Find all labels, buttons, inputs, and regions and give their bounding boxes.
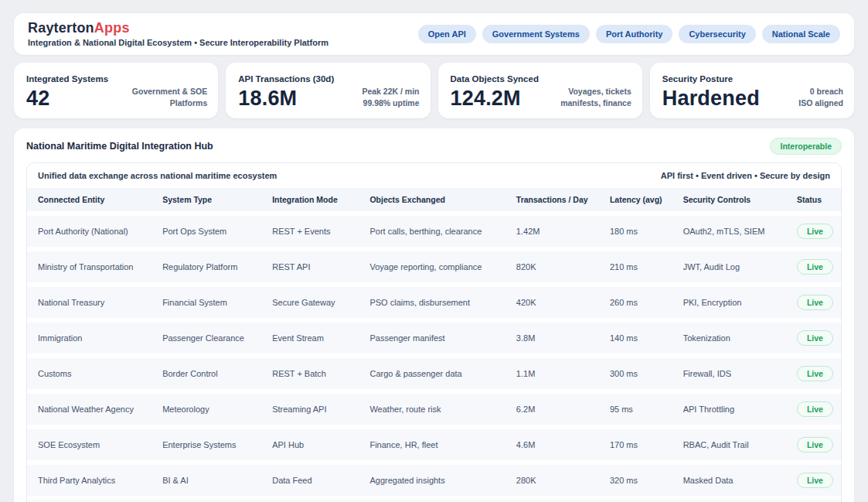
cell-objects: Port calls, berthing, clearance xyxy=(360,216,506,247)
header-badges: Open APIGovernment SystemsPort Authority… xyxy=(418,25,840,43)
stat-value: 124.2M xyxy=(451,88,539,109)
table-row: Port Authority (National)Port Ops System… xyxy=(27,216,841,247)
cell-objects: Aggregated insights xyxy=(360,465,506,496)
stat-main: Security PostureHardened xyxy=(662,74,760,109)
header-badge[interactable]: Open API xyxy=(418,25,476,43)
table-row: National TreasuryFinancial SystemSecure … xyxy=(27,287,841,318)
cell-security: Tokenization xyxy=(674,323,788,353)
cell-security: JWT, Audit Log xyxy=(674,251,788,282)
column-header: Status xyxy=(788,188,841,211)
cell-system-type: Enterprise Systems xyxy=(153,429,263,460)
header-badge[interactable]: Government Systems xyxy=(482,25,590,43)
stat-note: Government & SOE Platforms xyxy=(132,86,207,109)
table-row: ImmigrationPassenger ClearanceEvent Stre… xyxy=(27,323,841,353)
subheader-left: Unified data exchange across national ma… xyxy=(38,171,277,180)
brand-primary: Rayterton xyxy=(28,20,94,36)
header-badge[interactable]: Port Authority xyxy=(596,25,673,43)
stat-card: Data Objects Synced124.2MVoyages, ticket… xyxy=(438,63,642,118)
cell-integration-mode: REST + Events xyxy=(263,216,360,247)
column-header: Security Controls xyxy=(674,188,788,211)
cell-integration-mode: REST API xyxy=(263,251,360,282)
cell-latency: 180 ms xyxy=(601,216,674,247)
cell-entity: Immigration xyxy=(27,323,153,353)
cell-latency: 300 ms xyxy=(601,358,674,389)
cell-entity: National Treasury xyxy=(27,287,153,318)
cell-status: Live xyxy=(788,429,841,460)
cell-tx-per-day: 280K xyxy=(507,465,601,496)
column-header: Latency (avg) xyxy=(601,188,674,211)
stat-card: Security PostureHardened0 breach ISO ali… xyxy=(650,63,854,118)
cell-security: Masked Data xyxy=(674,465,788,496)
integration-table-container: Unified data exchange across national ma… xyxy=(26,162,842,502)
cell-latency: 170 ms xyxy=(601,429,674,460)
page: RaytertonApps Integration & National Dig… xyxy=(0,0,868,502)
stat-value: 18.6M xyxy=(238,88,334,109)
cell-system-type: Border Control xyxy=(153,358,263,389)
cell-objects: Weather, route risk xyxy=(360,394,506,425)
cell-tx-per-day: 1.42M xyxy=(507,216,601,247)
column-header: Integration Mode xyxy=(263,188,360,211)
stat-card: API Transactions (30d)18.6MPeak 22K / mi… xyxy=(226,63,430,118)
cell-objects: Finance, HR, fleet xyxy=(360,429,506,460)
app-subtitle: Integration & National Digital Ecosystem… xyxy=(28,38,328,47)
table-header-row: Connected EntitySystem TypeIntegration M… xyxy=(27,188,841,211)
live-status-badge: Live xyxy=(797,473,833,488)
stat-label: Data Objects Synced xyxy=(451,74,539,84)
stat-main: Data Objects Synced124.2M xyxy=(451,74,539,109)
subheader-right: API first • Event driven • Secure by des… xyxy=(661,171,830,180)
live-status-badge: Live xyxy=(797,401,833,417)
cell-objects: Passenger manifest xyxy=(360,323,506,353)
cell-integration-mode: Event Stream xyxy=(263,323,360,353)
cell-tx-per-day: 4.6M xyxy=(507,429,601,460)
cell-security: PKI, Encryption xyxy=(674,287,788,318)
cell-objects: Cargo & passenger data xyxy=(360,358,506,389)
live-status-badge: Live xyxy=(797,437,833,452)
cell-status: Live xyxy=(788,394,841,425)
cell-status: Live xyxy=(788,251,841,282)
cell-integration-mode: REST + Batch xyxy=(263,358,360,389)
cell-objects: PSO claims, disbursement xyxy=(360,287,506,318)
cell-latency: 140 ms xyxy=(601,323,674,353)
live-status-badge: Live xyxy=(797,366,833,381)
app-header: RaytertonApps Integration & National Dig… xyxy=(14,13,854,55)
cell-system-type: BI & AI xyxy=(153,465,263,496)
brand-accent: Apps xyxy=(94,20,130,36)
cell-entity: Ministry of Transportation xyxy=(27,251,153,282)
stat-label: API Transactions (30d) xyxy=(238,74,334,84)
column-header: Transactions / Day xyxy=(507,188,601,211)
integration-hub-panel: National Maritime Digital Integration Hu… xyxy=(14,128,854,502)
header-badge[interactable]: Cybersecurity xyxy=(679,25,755,43)
live-status-badge: Live xyxy=(797,295,833,310)
table-row: SOE EcosystemEnterprise SystemsAPI HubFi… xyxy=(27,429,841,460)
cell-entity: National Weather Agency xyxy=(27,394,153,425)
stat-note: 0 breach ISO aligned xyxy=(798,86,843,109)
stat-value: 42 xyxy=(26,88,108,109)
cell-system-type: Financial System xyxy=(153,287,263,318)
stat-main: Integrated Systems42 xyxy=(26,74,108,109)
table-row: National Weather AgencyMeteorologyStream… xyxy=(27,394,841,425)
header-badge[interactable]: National Scale xyxy=(762,25,840,43)
table-row: CustomsBorder ControlREST + BatchCargo &… xyxy=(27,358,841,389)
cell-integration-mode: Streaming API xyxy=(263,394,360,425)
interoperable-badge: Interoperable xyxy=(770,138,842,155)
cell-integration-mode: Data Feed xyxy=(263,465,360,496)
stat-note: Voyages, tickets manifests, finance xyxy=(560,86,631,109)
cell-tx-per-day: 1.1M xyxy=(507,358,601,389)
cell-security: Firewall, IDS xyxy=(674,358,788,389)
stat-card: Integrated Systems42Government & SOE Pla… xyxy=(14,63,218,118)
cell-entity: Third Party Analytics xyxy=(27,465,153,496)
cell-latency: 320 ms xyxy=(601,465,674,496)
cell-objects: Voyage reporting, compliance xyxy=(360,251,506,282)
table-row: Third Party AnalyticsBI & AIData FeedAgg… xyxy=(27,465,841,496)
cell-entity: Port Authority (National) xyxy=(27,216,153,247)
brand-block: RaytertonApps Integration & National Dig… xyxy=(28,20,328,47)
stat-cards-row: Integrated Systems42Government & SOE Pla… xyxy=(14,63,854,118)
table-row: Ministry of TransportationRegulatory Pla… xyxy=(27,251,841,282)
cell-latency: 95 ms xyxy=(601,394,674,425)
panel-title: National Maritime Digital Integration Hu… xyxy=(26,141,213,152)
cell-security: RBAC, Audit Trail xyxy=(674,429,788,460)
cell-status: Live xyxy=(788,358,841,389)
column-header: Connected Entity xyxy=(27,188,153,211)
cell-system-type: Meteorology xyxy=(153,394,263,425)
column-header: Objects Exchanged xyxy=(360,188,506,211)
